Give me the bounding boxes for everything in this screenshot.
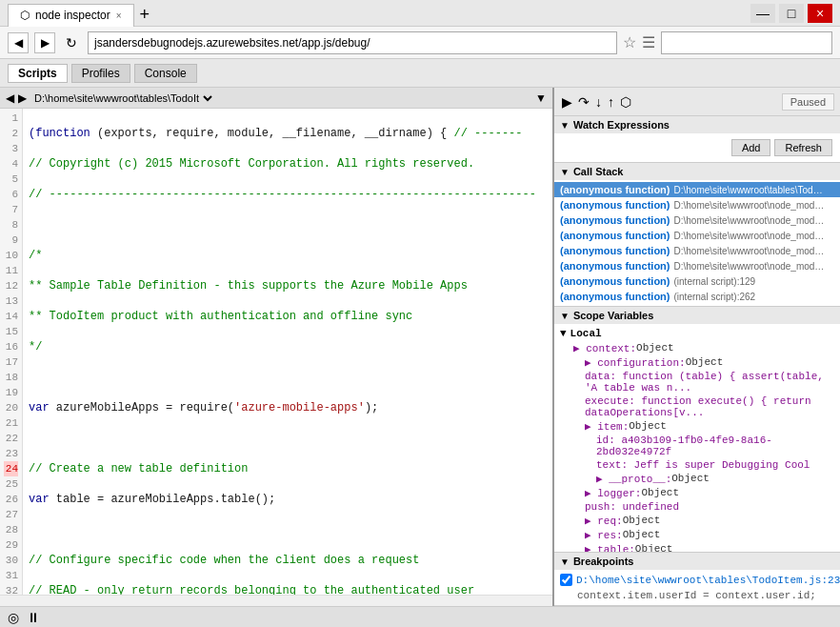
call-stack-item[interactable]: (anonymous function) D:\home\site\wwwroo… [554, 243, 840, 258]
scope-key: ▶ item: [585, 420, 629, 433]
line-numbers: 12345 678910 1112131415 1617181920 21222… [0, 109, 23, 595]
call-stack-name: (anonymous function) [560, 275, 670, 287]
code-scrollbar[interactable] [0, 595, 552, 606]
scope-arrow-icon: ▼ [560, 311, 570, 321]
call-stack-location: D:\home\site\wwwroot\node_modules\expr..… [674, 215, 827, 226]
call-stack-item[interactable]: (anonymous function) D:\home\site\wwwroo… [554, 182, 840, 197]
local-scope-header[interactable]: ▼ Local [554, 326, 840, 341]
scope-val: Object [623, 529, 661, 540]
tab-close-button[interactable]: × [116, 10, 122, 21]
scope-variables-header[interactable]: ▼ Scope Variables [554, 307, 840, 324]
scope-item[interactable]: ▶ configuration: Object [554, 355, 840, 370]
code-header: ◀ ▶ D:\home\site\wwwroot\tables\TodoIt ▼ [0, 88, 552, 109]
minimize-button[interactable]: — [750, 4, 775, 23]
refresh-watch-button[interactable]: Refresh [774, 139, 832, 156]
call-stack-location: D:\home\site\wwwroot\node_modules\expr..… [674, 231, 827, 241]
call-stack-item[interactable]: (anonymous function) (internal script):1… [554, 273, 840, 289]
url-input[interactable] [88, 31, 617, 54]
tab-icon: ⬡ [20, 9, 30, 22]
tab-area: ⬡ node inspector × + [8, 0, 155, 27]
search-input[interactable] [661, 31, 832, 54]
scope-item[interactable]: ▶ context: Object [554, 341, 840, 355]
status-icon-1[interactable]: ◎ [8, 610, 19, 625]
scope-key: data: function (table) { assert(table, '… [585, 371, 834, 394]
close-button[interactable]: × [808, 4, 832, 23]
prev-file-button[interactable]: ◀ [6, 91, 14, 105]
scope-variables-title: Scope Variables [573, 310, 653, 321]
breakpoints-arrow-icon: ▼ [560, 556, 570, 567]
main-area: ◀ ▶ D:\home\site\wwwroot\tables\TodoIt ▼… [0, 88, 840, 606]
status-icon-2[interactable]: ⏸ [27, 610, 40, 625]
scope-val: Object [686, 356, 724, 368]
scope-item[interactable]: ▶ logger: Object [554, 486, 840, 500]
scope-val: Object [641, 487, 679, 498]
scope-item[interactable]: ▶ req: Object [554, 514, 840, 528]
back-button[interactable]: ◀ [8, 32, 29, 53]
reload-button[interactable]: ↻ [61, 32, 82, 53]
call-stack-location: (internal script):262 [674, 292, 756, 302]
call-stack-location: D:\home\site\wwwroot\node_modules\expr..… [674, 200, 827, 211]
address-bar: ◀ ▶ ↻ ☆ ☰ [0, 27, 840, 59]
forward-button[interactable]: ▶ [34, 32, 55, 53]
deactivate-breakpoints-button[interactable]: ⬡ [618, 92, 633, 111]
add-watch-button[interactable]: Add [731, 139, 771, 156]
scope-key: execute: function execute() { return dat… [585, 395, 834, 418]
step-over-button[interactable]: ↷ [576, 92, 591, 111]
scope-item[interactable]: ▶ res: Object [554, 528, 840, 542]
code-editor[interactable]: (function (exports, require, module, __f… [23, 109, 552, 595]
watch-buttons: Add Refresh [554, 135, 840, 160]
breakpoint-item[interactable]: D:\home\site\wwwroot\tables\TodoItem.js:… [560, 572, 834, 588]
scope-key: id: a403b109-1fb0-4fe9-8a16-2bd032e4972f [596, 435, 834, 457]
breakpoint-code-item: context.item.userId = context.user.id; [560, 588, 834, 603]
profiles-tab[interactable]: Profiles [71, 64, 130, 83]
call-stack-location: D:\home\site\wwwroot\tables\TodoItem.js:… [674, 185, 827, 195]
local-scope-group: ▼ Local ▶ context: Object ▶ configuratio… [554, 326, 840, 552]
call-stack-item[interactable]: (anonymous function) D:\home\site\wwwroo… [554, 228, 840, 243]
next-file-button[interactable]: ▶ [18, 91, 27, 105]
tab-label: node inspector [35, 9, 110, 22]
breakpoints-header[interactable]: ▼ Breakpoints [554, 553, 840, 570]
scope-val: Object [636, 342, 674, 354]
scope-key: ▶ context: [573, 342, 636, 354]
call-stack-item[interactable]: (anonymous function) D:\home\site\wwwroo… [554, 258, 840, 273]
scope-item[interactable]: ▶ item: Object [554, 419, 840, 434]
title-bar: ⬡ node inspector × + — □ × [0, 0, 840, 27]
right-panel: ▶ ↷ ↓ ↑ ⬡ Paused ▼ Watch Expressions Add… [554, 88, 840, 606]
menu-button[interactable]: ☰ [642, 33, 655, 51]
scope-item[interactable]: ▶ table: Object [554, 542, 840, 552]
breakpoints-content: D:\home\site\wwwroot\tables\TodoItem.js:… [554, 570, 840, 605]
breakpoint-checkbox[interactable] [560, 574, 572, 586]
call-stack-content: (anonymous function) D:\home\site\wwwroo… [554, 180, 840, 306]
browser-tab[interactable]: ⬡ node inspector × [8, 4, 134, 27]
maximize-button[interactable]: □ [779, 4, 804, 23]
call-stack-item[interactable]: (anonymous function) D:\home\site\wwwroo… [554, 197, 840, 212]
call-stack-header[interactable]: ▼ Call Stack [554, 163, 840, 180]
step-into-button[interactable]: ↓ [593, 92, 604, 111]
bookmark-button[interactable]: ☆ [623, 33, 636, 51]
call-stack-name: (anonymous function) [560, 291, 670, 302]
scope-val: Object [629, 420, 667, 432]
watch-expressions-header[interactable]: ▼ Watch Expressions [554, 116, 840, 133]
scope-val: Object [635, 543, 673, 552]
watch-expressions-title: Watch Expressions [573, 119, 670, 131]
scope-item: push: undefined [554, 500, 840, 514]
call-stack-item[interactable]: (anonymous function) D:\home\site\wwwroo… [554, 212, 840, 228]
call-stack-name: (anonymous function) [560, 199, 670, 211]
resume-button[interactable]: ▶ [560, 92, 574, 111]
scripts-tab[interactable]: Scripts [8, 64, 68, 83]
file-selector[interactable]: D:\home\site\wwwroot\tables\TodoIt [30, 91, 215, 105]
local-scope-arrow: ▼ [560, 328, 567, 339]
file-menu-button[interactable]: ▼ [535, 91, 547, 105]
call-stack-name: (anonymous function) [560, 214, 670, 226]
breakpoints-section: ▼ Breakpoints D:\home\site\wwwroot\table… [554, 553, 840, 606]
call-stack-item[interactable]: (anonymous function) (internal script):2… [554, 289, 840, 304]
scope-item[interactable]: ▶ __proto__: Object [554, 472, 840, 486]
title-bar-left: ⬡ node inspector × + [8, 0, 155, 27]
scope-variables-content: ▼ Local ▶ context: Object ▶ configuratio… [554, 324, 840, 552]
scope-key: ▶ table: [585, 543, 635, 552]
step-out-button[interactable]: ↑ [606, 92, 616, 111]
new-tab-button[interactable]: + [134, 3, 156, 27]
watch-arrow-icon: ▼ [560, 120, 570, 131]
watch-expressions-section: ▼ Watch Expressions Add Refresh [554, 116, 840, 163]
console-tab[interactable]: Console [134, 64, 197, 83]
